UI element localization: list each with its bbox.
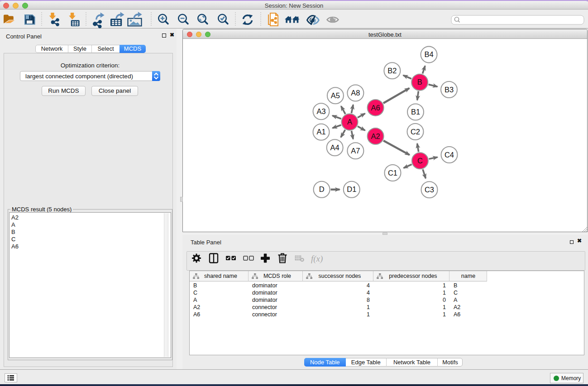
svg-text:B2: B2 (387, 67, 397, 75)
svg-text:A4: A4 (330, 143, 339, 152)
svg-text:D1: D1 (347, 185, 356, 193)
svg-text:D: D (319, 185, 325, 193)
svg-text:A8: A8 (351, 89, 360, 97)
svg-text:C4: C4 (445, 151, 454, 159)
svg-text:f(x): f(x) (311, 254, 323, 264)
svg-text:A5: A5 (331, 91, 340, 100)
svg-text:A2: A2 (371, 132, 380, 140)
svg-text:A7: A7 (351, 147, 360, 155)
svg-text:C3: C3 (425, 186, 434, 194)
svg-text:C1: C1 (388, 169, 397, 177)
svg-text:B3: B3 (445, 86, 454, 94)
svg-text:B: B (417, 78, 422, 86)
svg-text:A1: A1 (316, 128, 325, 136)
svg-text:C2: C2 (411, 128, 420, 136)
svg-text:C: C (417, 157, 423, 165)
svg-text:A: A (347, 118, 352, 126)
svg-text:B4: B4 (424, 50, 433, 58)
svg-text:A3: A3 (316, 107, 325, 115)
svg-text:A6: A6 (371, 104, 380, 112)
svg-text:B1: B1 (411, 108, 420, 116)
